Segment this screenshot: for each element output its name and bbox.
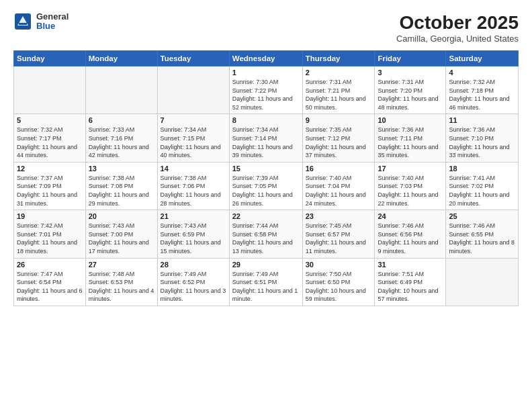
col-friday: Friday <box>375 51 446 66</box>
logo-text: General Blue <box>36 12 69 32</box>
week-row-4: 19Sunrise: 7:42 AM Sunset: 7:01 PM Dayli… <box>14 210 519 258</box>
day-info: Sunrise: 7:49 AM Sunset: 6:51 PM Dayligh… <box>232 270 300 304</box>
day-number: 21 <box>161 212 226 220</box>
calendar-cell: 23Sunrise: 7:45 AM Sunset: 6:57 PM Dayli… <box>302 210 375 258</box>
calendar-cell: 21Sunrise: 7:43 AM Sunset: 6:59 PM Dayli… <box>157 210 229 258</box>
day-info: Sunrise: 7:36 AM Sunset: 7:11 PM Dayligh… <box>378 126 443 159</box>
logo-general-text: General <box>36 12 69 21</box>
day-info: Sunrise: 7:40 AM Sunset: 7:04 PM Dayligh… <box>306 174 372 208</box>
day-info: Sunrise: 7:41 AM Sunset: 7:02 PM Dayligh… <box>449 174 515 208</box>
header-row: Sunday Monday Tuesday Wednesday Thursday… <box>14 51 519 66</box>
svg-rect-2 <box>19 23 27 25</box>
day-number: 4 <box>449 68 515 77</box>
calendar-cell: 13Sunrise: 7:38 AM Sunset: 7:08 PM Dayli… <box>85 162 157 210</box>
calendar-cell: 24Sunrise: 7:46 AM Sunset: 6:56 PM Dayli… <box>375 210 446 258</box>
day-number: 27 <box>89 261 154 269</box>
day-number: 22 <box>232 212 300 220</box>
calendar-cell <box>446 258 519 306</box>
day-info: Sunrise: 7:42 AM Sunset: 7:01 PM Dayligh… <box>17 222 83 255</box>
title-block: October 2025 Camilla, Georgia, United St… <box>396 12 519 44</box>
day-number: 24 <box>378 212 443 220</box>
day-info: Sunrise: 7:34 AM Sunset: 7:15 PM Dayligh… <box>161 126 226 159</box>
calendar-cell: 17Sunrise: 7:40 AM Sunset: 7:03 PM Dayli… <box>375 162 446 210</box>
day-info: Sunrise: 7:43 AM Sunset: 6:59 PM Dayligh… <box>161 222 226 255</box>
calendar-cell: 11Sunrise: 7:36 AM Sunset: 7:10 PM Dayli… <box>446 114 519 162</box>
calendar-cell: 31Sunrise: 7:51 AM Sunset: 6:49 PM Dayli… <box>375 258 446 306</box>
day-number: 14 <box>161 165 226 173</box>
calendar-cell: 5Sunrise: 7:32 AM Sunset: 7:17 PM Daylig… <box>14 114 86 162</box>
col-sunday: Sunday <box>14 51 86 66</box>
day-info: Sunrise: 7:47 AM Sunset: 6:54 PM Dayligh… <box>17 270 83 304</box>
day-info: Sunrise: 7:51 AM Sunset: 6:49 PM Dayligh… <box>378 270 443 304</box>
header: General Blue October 2025 Camilla, Georg… <box>13 12 519 44</box>
day-info: Sunrise: 7:30 AM Sunset: 7:22 PM Dayligh… <box>232 78 300 111</box>
day-number: 28 <box>161 261 226 269</box>
calendar-cell: 14Sunrise: 7:38 AM Sunset: 7:06 PM Dayli… <box>157 162 229 210</box>
day-info: Sunrise: 7:45 AM Sunset: 6:57 PM Dayligh… <box>306 222 372 255</box>
day-number: 18 <box>449 165 515 173</box>
calendar-cell <box>85 66 157 114</box>
calendar-cell: 10Sunrise: 7:36 AM Sunset: 7:11 PM Dayli… <box>375 114 446 162</box>
calendar-cell: 16Sunrise: 7:40 AM Sunset: 7:04 PM Dayli… <box>302 162 375 210</box>
day-info: Sunrise: 7:48 AM Sunset: 6:53 PM Dayligh… <box>89 270 154 304</box>
calendar-cell: 1Sunrise: 7:30 AM Sunset: 7:22 PM Daylig… <box>229 66 302 114</box>
day-info: Sunrise: 7:44 AM Sunset: 6:58 PM Dayligh… <box>232 222 300 255</box>
calendar-cell: 19Sunrise: 7:42 AM Sunset: 7:01 PM Dayli… <box>14 210 86 258</box>
col-thursday: Thursday <box>302 51 375 66</box>
day-number: 5 <box>17 116 83 124</box>
calendar-cell: 3Sunrise: 7:31 AM Sunset: 7:20 PM Daylig… <box>375 66 446 114</box>
calendar-cell: 28Sunrise: 7:49 AM Sunset: 6:52 PM Dayli… <box>157 258 229 306</box>
calendar-cell: 6Sunrise: 7:33 AM Sunset: 7:16 PM Daylig… <box>85 114 157 162</box>
calendar-cell: 29Sunrise: 7:49 AM Sunset: 6:51 PM Dayli… <box>229 258 302 306</box>
day-number: 25 <box>449 212 515 220</box>
col-tuesday: Tuesday <box>157 51 229 66</box>
calendar-cell: 26Sunrise: 7:47 AM Sunset: 6:54 PM Dayli… <box>14 258 86 306</box>
day-number: 11 <box>449 116 515 124</box>
calendar-cell: 27Sunrise: 7:48 AM Sunset: 6:53 PM Dayli… <box>85 258 157 306</box>
week-row-3: 12Sunrise: 7:37 AM Sunset: 7:09 PM Dayli… <box>14 162 519 210</box>
day-info: Sunrise: 7:31 AM Sunset: 7:20 PM Dayligh… <box>378 78 443 111</box>
calendar-cell <box>14 66 86 114</box>
day-number: 15 <box>232 165 300 173</box>
day-info: Sunrise: 7:38 AM Sunset: 7:08 PM Dayligh… <box>89 174 154 208</box>
week-row-2: 5Sunrise: 7:32 AM Sunset: 7:17 PM Daylig… <box>14 114 519 162</box>
month-title: October 2025 <box>396 12 519 34</box>
day-info: Sunrise: 7:37 AM Sunset: 7:09 PM Dayligh… <box>17 174 83 208</box>
day-number: 1 <box>232 68 300 77</box>
day-info: Sunrise: 7:32 AM Sunset: 7:17 PM Dayligh… <box>17 126 83 159</box>
col-monday: Monday <box>85 51 157 66</box>
logo-blue-text: Blue <box>36 21 69 31</box>
day-number: 30 <box>306 261 372 269</box>
day-number: 29 <box>232 261 300 269</box>
calendar-cell: 2Sunrise: 7:31 AM Sunset: 7:21 PM Daylig… <box>302 66 375 114</box>
day-number: 26 <box>17 261 83 269</box>
week-row-5: 26Sunrise: 7:47 AM Sunset: 6:54 PM Dayli… <box>14 258 519 306</box>
col-wednesday: Wednesday <box>229 51 302 66</box>
location: Camilla, Georgia, United States <box>396 34 519 44</box>
calendar-cell: 20Sunrise: 7:43 AM Sunset: 7:00 PM Dayli… <box>85 210 157 258</box>
calendar-cell: 22Sunrise: 7:44 AM Sunset: 6:58 PM Dayli… <box>229 210 302 258</box>
day-number: 8 <box>232 116 300 124</box>
day-number: 3 <box>378 68 443 77</box>
day-number: 7 <box>161 116 226 124</box>
col-saturday: Saturday <box>446 51 519 66</box>
day-number: 23 <box>306 212 372 220</box>
day-number: 31 <box>378 261 443 269</box>
day-number: 17 <box>378 165 443 173</box>
day-info: Sunrise: 7:50 AM Sunset: 6:50 PM Dayligh… <box>306 270 372 304</box>
day-info: Sunrise: 7:43 AM Sunset: 7:00 PM Dayligh… <box>89 222 154 255</box>
day-info: Sunrise: 7:40 AM Sunset: 7:03 PM Dayligh… <box>378 174 443 208</box>
calendar-cell: 12Sunrise: 7:37 AM Sunset: 7:09 PM Dayli… <box>14 162 86 210</box>
calendar-cell: 8Sunrise: 7:34 AM Sunset: 7:14 PM Daylig… <box>229 114 302 162</box>
logo: General Blue <box>13 12 69 32</box>
page: General Blue October 2025 Camilla, Georg… <box>0 0 532 411</box>
calendar-cell: 25Sunrise: 7:46 AM Sunset: 6:55 PM Dayli… <box>446 210 519 258</box>
week-row-1: 1Sunrise: 7:30 AM Sunset: 7:22 PM Daylig… <box>14 66 519 114</box>
day-info: Sunrise: 7:33 AM Sunset: 7:16 PM Dayligh… <box>89 126 154 159</box>
calendar-cell: 9Sunrise: 7:35 AM Sunset: 7:12 PM Daylig… <box>302 114 375 162</box>
day-info: Sunrise: 7:39 AM Sunset: 7:05 PM Dayligh… <box>232 174 300 208</box>
day-info: Sunrise: 7:34 AM Sunset: 7:14 PM Dayligh… <box>232 126 300 159</box>
day-info: Sunrise: 7:35 AM Sunset: 7:12 PM Dayligh… <box>306 126 372 159</box>
day-number: 6 <box>89 116 154 124</box>
calendar-cell: 4Sunrise: 7:32 AM Sunset: 7:18 PM Daylig… <box>446 66 519 114</box>
